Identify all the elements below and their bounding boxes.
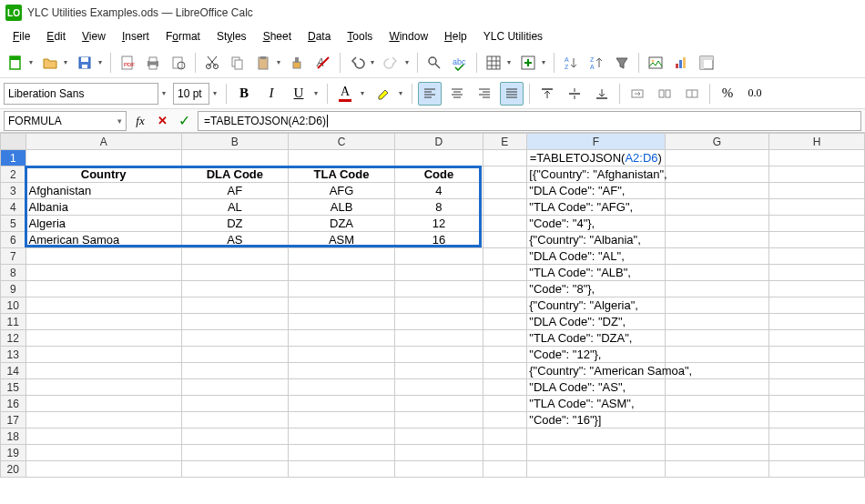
cell-F5[interactable] — [526, 216, 665, 232]
menu-insert[interactable]: Insert — [115, 28, 157, 45]
cell-E14[interactable] — [483, 363, 526, 379]
cell-B2[interactable]: DLA Code — [181, 166, 288, 183]
row-header-6[interactable]: 6 — [1, 232, 26, 248]
cell-H17[interactable] — [769, 412, 865, 428]
bold-button[interactable]: B — [232, 82, 256, 106]
cell-E12[interactable] — [483, 330, 526, 347]
cell-B9[interactable] — [181, 281, 288, 297]
row-col-button[interactable] — [482, 51, 505, 75]
cell-B20[interactable] — [181, 461, 288, 478]
cell-E2[interactable] — [483, 166, 526, 183]
cell-A15[interactable] — [25, 379, 181, 396]
cell-A17[interactable] — [25, 412, 181, 428]
copy-button[interactable] — [226, 51, 249, 75]
cell-C17[interactable] — [288, 412, 394, 428]
cell-E19[interactable] — [483, 445, 526, 461]
cell-H2[interactable] — [769, 166, 865, 183]
cell-C4[interactable]: ALB — [288, 199, 394, 216]
column-header-F[interactable]: F — [526, 134, 665, 150]
cell-D12[interactable] — [395, 330, 483, 347]
new-doc-button[interactable] — [4, 51, 27, 75]
align-right-button[interactable] — [473, 82, 496, 106]
cell-B13[interactable] — [181, 347, 288, 363]
cell-D10[interactable] — [395, 297, 483, 314]
cell-B11[interactable] — [181, 314, 288, 330]
cell-A13[interactable] — [25, 347, 181, 363]
font-color-button[interactable]: A — [333, 82, 357, 106]
cell-B1[interactable] — [181, 150, 288, 166]
cell-E1[interactable] — [483, 150, 526, 166]
cell-A16[interactable] — [25, 396, 181, 412]
cell-F3[interactable] — [526, 183, 665, 199]
cell-F18[interactable] — [526, 428, 665, 445]
cell-C20[interactable] — [288, 461, 394, 478]
cell-E20[interactable] — [483, 461, 526, 478]
cell-H3[interactable] — [769, 183, 865, 199]
cell-G19[interactable] — [665, 445, 768, 461]
cell-D17[interactable] — [395, 412, 483, 428]
align-left-button[interactable] — [418, 82, 442, 106]
menu-tools[interactable]: Tools — [340, 28, 380, 45]
cell-B5[interactable]: DZ — [181, 216, 288, 232]
cell-A6[interactable]: American Samoa — [25, 232, 181, 248]
cell-A8[interactable] — [25, 265, 181, 281]
insert-pivot-button[interactable] — [695, 51, 718, 75]
cell-A7[interactable] — [25, 248, 181, 265]
highlight-dropdown-icon[interactable]: ▾ — [399, 89, 406, 97]
cell-D13[interactable] — [395, 347, 483, 363]
cell-C3[interactable]: AFG — [288, 183, 394, 199]
cell-B7[interactable] — [181, 248, 288, 265]
cell-G3[interactable] — [665, 183, 768, 199]
sort-desc-button[interactable]: ZA — [585, 51, 608, 75]
font-name-dropdown-icon[interactable]: ▾ — [162, 89, 169, 97]
cell-D5[interactable]: 12 — [395, 216, 483, 232]
cell-D11[interactable] — [395, 314, 483, 330]
align-center-button[interactable] — [445, 82, 469, 106]
cell-E7[interactable] — [483, 248, 526, 265]
cell-E15[interactable] — [483, 379, 526, 396]
percent-button[interactable]: % — [716, 82, 739, 106]
cell-B16[interactable] — [181, 396, 288, 412]
cell-G11[interactable] — [665, 314, 768, 330]
cancel-formula-button[interactable]: ✕ — [152, 111, 172, 131]
font-color-dropdown-icon[interactable]: ▾ — [361, 89, 368, 97]
cell-A4[interactable]: Albania — [25, 199, 181, 216]
cell-D8[interactable] — [395, 265, 483, 281]
column-header-G[interactable]: G — [665, 134, 768, 150]
menu-format[interactable]: Format — [158, 28, 208, 45]
font-size-input[interactable] — [173, 83, 209, 105]
cell-C13[interactable] — [288, 347, 394, 363]
row-col-dropdown-icon[interactable]: ▾ — [507, 58, 514, 66]
cell-C1[interactable] — [288, 150, 394, 166]
cell-H16[interactable] — [769, 396, 865, 412]
cell-G6[interactable] — [665, 232, 768, 248]
cell-A20[interactable] — [25, 461, 181, 478]
autofilter-button[interactable] — [610, 51, 634, 75]
cell-C5[interactable]: DZA — [288, 216, 394, 232]
cell-D19[interactable] — [395, 445, 483, 461]
cell-E16[interactable] — [483, 396, 526, 412]
cell-B4[interactable]: AL — [181, 199, 288, 216]
name-box-dropdown-icon[interactable]: ▾ — [117, 116, 122, 126]
unmerge-cells-button[interactable] — [653, 82, 677, 106]
cell-C7[interactable] — [288, 248, 394, 265]
cell-G5[interactable] — [665, 216, 768, 232]
cell-H18[interactable] — [769, 428, 865, 445]
cell-E10[interactable] — [483, 297, 526, 314]
cell-G4[interactable] — [665, 199, 768, 216]
menu-styles[interactable]: Styles — [209, 28, 254, 45]
sort-asc-button[interactable]: AZ — [559, 51, 583, 75]
cell-G17[interactable] — [665, 412, 768, 428]
cell-H1[interactable] — [769, 150, 865, 166]
paste-button[interactable] — [251, 51, 275, 75]
find-button[interactable] — [422, 51, 446, 75]
cell-H4[interactable] — [769, 199, 865, 216]
clear-formatting-button[interactable]: A — [311, 51, 335, 75]
row-header-3[interactable]: 3 — [1, 183, 26, 199]
formula-input[interactable]: =TABLETOJSON(A2:D6) — [198, 111, 861, 131]
highlight-button[interactable] — [371, 82, 395, 106]
menu-window[interactable]: Window — [382, 28, 435, 45]
row-header-14[interactable]: 14 — [1, 363, 26, 379]
cell-H12[interactable] — [769, 330, 865, 347]
cell-G14[interactable] — [665, 363, 768, 379]
